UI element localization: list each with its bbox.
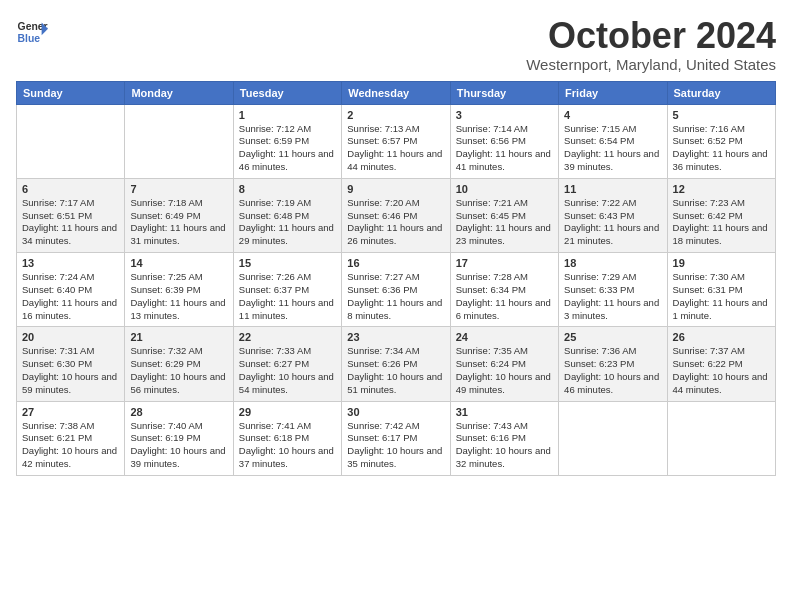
calendar-cell: 6Sunrise: 7:17 AM Sunset: 6:51 PM Daylig…: [17, 178, 125, 252]
calendar-cell: 18Sunrise: 7:29 AM Sunset: 6:33 PM Dayli…: [559, 253, 667, 327]
weekday-header-friday: Friday: [559, 81, 667, 104]
calendar-table: SundayMondayTuesdayWednesdayThursdayFrid…: [16, 81, 776, 476]
day-info: Sunrise: 7:32 AM Sunset: 6:29 PM Dayligh…: [130, 345, 227, 396]
day-number: 1: [239, 109, 336, 121]
calendar-cell: 17Sunrise: 7:28 AM Sunset: 6:34 PM Dayli…: [450, 253, 558, 327]
day-number: 25: [564, 331, 661, 343]
day-number: 29: [239, 406, 336, 418]
day-number: 12: [673, 183, 770, 195]
calendar-cell: [17, 104, 125, 178]
day-info: Sunrise: 7:35 AM Sunset: 6:24 PM Dayligh…: [456, 345, 553, 396]
calendar-cell: 9Sunrise: 7:20 AM Sunset: 6:46 PM Daylig…: [342, 178, 450, 252]
calendar-cell: 27Sunrise: 7:38 AM Sunset: 6:21 PM Dayli…: [17, 401, 125, 475]
calendar-cell: [667, 401, 775, 475]
day-info: Sunrise: 7:19 AM Sunset: 6:48 PM Dayligh…: [239, 197, 336, 248]
calendar-cell: 20Sunrise: 7:31 AM Sunset: 6:30 PM Dayli…: [17, 327, 125, 401]
day-info: Sunrise: 7:27 AM Sunset: 6:36 PM Dayligh…: [347, 271, 444, 322]
day-number: 18: [564, 257, 661, 269]
day-number: 20: [22, 331, 119, 343]
calendar-week-row: 20Sunrise: 7:31 AM Sunset: 6:30 PM Dayli…: [17, 327, 776, 401]
day-info: Sunrise: 7:14 AM Sunset: 6:56 PM Dayligh…: [456, 123, 553, 174]
day-info: Sunrise: 7:42 AM Sunset: 6:17 PM Dayligh…: [347, 420, 444, 471]
weekday-header-monday: Monday: [125, 81, 233, 104]
calendar-cell: 25Sunrise: 7:36 AM Sunset: 6:23 PM Dayli…: [559, 327, 667, 401]
calendar-cell: 22Sunrise: 7:33 AM Sunset: 6:27 PM Dayli…: [233, 327, 341, 401]
calendar-header-row: SundayMondayTuesdayWednesdayThursdayFrid…: [17, 81, 776, 104]
calendar-cell: 19Sunrise: 7:30 AM Sunset: 6:31 PM Dayli…: [667, 253, 775, 327]
day-info: Sunrise: 7:22 AM Sunset: 6:43 PM Dayligh…: [564, 197, 661, 248]
day-info: Sunrise: 7:24 AM Sunset: 6:40 PM Dayligh…: [22, 271, 119, 322]
weekday-header-tuesday: Tuesday: [233, 81, 341, 104]
day-number: 23: [347, 331, 444, 343]
weekday-header-sunday: Sunday: [17, 81, 125, 104]
day-number: 27: [22, 406, 119, 418]
day-number: 28: [130, 406, 227, 418]
calendar-cell: 23Sunrise: 7:34 AM Sunset: 6:26 PM Dayli…: [342, 327, 450, 401]
day-number: 15: [239, 257, 336, 269]
day-number: 31: [456, 406, 553, 418]
day-info: Sunrise: 7:40 AM Sunset: 6:19 PM Dayligh…: [130, 420, 227, 471]
day-info: Sunrise: 7:12 AM Sunset: 6:59 PM Dayligh…: [239, 123, 336, 174]
calendar-cell: 30Sunrise: 7:42 AM Sunset: 6:17 PM Dayli…: [342, 401, 450, 475]
calendar-cell: 26Sunrise: 7:37 AM Sunset: 6:22 PM Dayli…: [667, 327, 775, 401]
calendar-cell: 3Sunrise: 7:14 AM Sunset: 6:56 PM Daylig…: [450, 104, 558, 178]
day-info: Sunrise: 7:34 AM Sunset: 6:26 PM Dayligh…: [347, 345, 444, 396]
weekday-header-wednesday: Wednesday: [342, 81, 450, 104]
logo-icon: General Blue: [16, 16, 48, 48]
calendar-cell: 11Sunrise: 7:22 AM Sunset: 6:43 PM Dayli…: [559, 178, 667, 252]
day-number: 9: [347, 183, 444, 195]
weekday-header-saturday: Saturday: [667, 81, 775, 104]
calendar-cell: [125, 104, 233, 178]
calendar-week-row: 1Sunrise: 7:12 AM Sunset: 6:59 PM Daylig…: [17, 104, 776, 178]
day-info: Sunrise: 7:37 AM Sunset: 6:22 PM Dayligh…: [673, 345, 770, 396]
calendar-cell: 13Sunrise: 7:24 AM Sunset: 6:40 PM Dayli…: [17, 253, 125, 327]
calendar-week-row: 27Sunrise: 7:38 AM Sunset: 6:21 PM Dayli…: [17, 401, 776, 475]
day-info: Sunrise: 7:21 AM Sunset: 6:45 PM Dayligh…: [456, 197, 553, 248]
day-number: 6: [22, 183, 119, 195]
logo: General Blue: [16, 16, 48, 48]
calendar-cell: 31Sunrise: 7:43 AM Sunset: 6:16 PM Dayli…: [450, 401, 558, 475]
page-header: General Blue October 2024 Westernport, M…: [16, 16, 776, 73]
day-info: Sunrise: 7:38 AM Sunset: 6:21 PM Dayligh…: [22, 420, 119, 471]
calendar-cell: 24Sunrise: 7:35 AM Sunset: 6:24 PM Dayli…: [450, 327, 558, 401]
day-info: Sunrise: 7:31 AM Sunset: 6:30 PM Dayligh…: [22, 345, 119, 396]
calendar-cell: 2Sunrise: 7:13 AM Sunset: 6:57 PM Daylig…: [342, 104, 450, 178]
calendar-cell: 4Sunrise: 7:15 AM Sunset: 6:54 PM Daylig…: [559, 104, 667, 178]
day-number: 24: [456, 331, 553, 343]
calendar-cell: 1Sunrise: 7:12 AM Sunset: 6:59 PM Daylig…: [233, 104, 341, 178]
day-info: Sunrise: 7:41 AM Sunset: 6:18 PM Dayligh…: [239, 420, 336, 471]
day-info: Sunrise: 7:29 AM Sunset: 6:33 PM Dayligh…: [564, 271, 661, 322]
calendar-cell: 15Sunrise: 7:26 AM Sunset: 6:37 PM Dayli…: [233, 253, 341, 327]
day-info: Sunrise: 7:25 AM Sunset: 6:39 PM Dayligh…: [130, 271, 227, 322]
day-number: 26: [673, 331, 770, 343]
day-number: 2: [347, 109, 444, 121]
day-info: Sunrise: 7:18 AM Sunset: 6:49 PM Dayligh…: [130, 197, 227, 248]
day-number: 10: [456, 183, 553, 195]
day-number: 16: [347, 257, 444, 269]
calendar-cell: 10Sunrise: 7:21 AM Sunset: 6:45 PM Dayli…: [450, 178, 558, 252]
title-block: October 2024 Westernport, Maryland, Unit…: [526, 16, 776, 73]
day-info: Sunrise: 7:23 AM Sunset: 6:42 PM Dayligh…: [673, 197, 770, 248]
calendar-cell: 21Sunrise: 7:32 AM Sunset: 6:29 PM Dayli…: [125, 327, 233, 401]
svg-text:Blue: Blue: [18, 33, 41, 44]
calendar-cell: 28Sunrise: 7:40 AM Sunset: 6:19 PM Dayli…: [125, 401, 233, 475]
day-info: Sunrise: 7:13 AM Sunset: 6:57 PM Dayligh…: [347, 123, 444, 174]
day-info: Sunrise: 7:20 AM Sunset: 6:46 PM Dayligh…: [347, 197, 444, 248]
day-info: Sunrise: 7:43 AM Sunset: 6:16 PM Dayligh…: [456, 420, 553, 471]
calendar-cell: [559, 401, 667, 475]
day-number: 30: [347, 406, 444, 418]
calendar-cell: 16Sunrise: 7:27 AM Sunset: 6:36 PM Dayli…: [342, 253, 450, 327]
calendar-cell: 8Sunrise: 7:19 AM Sunset: 6:48 PM Daylig…: [233, 178, 341, 252]
day-number: 19: [673, 257, 770, 269]
calendar-cell: 12Sunrise: 7:23 AM Sunset: 6:42 PM Dayli…: [667, 178, 775, 252]
day-number: 7: [130, 183, 227, 195]
calendar-cell: 7Sunrise: 7:18 AM Sunset: 6:49 PM Daylig…: [125, 178, 233, 252]
day-number: 8: [239, 183, 336, 195]
day-info: Sunrise: 7:15 AM Sunset: 6:54 PM Dayligh…: [564, 123, 661, 174]
weekday-header-thursday: Thursday: [450, 81, 558, 104]
day-info: Sunrise: 7:33 AM Sunset: 6:27 PM Dayligh…: [239, 345, 336, 396]
day-number: 11: [564, 183, 661, 195]
day-info: Sunrise: 7:30 AM Sunset: 6:31 PM Dayligh…: [673, 271, 770, 322]
day-number: 3: [456, 109, 553, 121]
day-info: Sunrise: 7:36 AM Sunset: 6:23 PM Dayligh…: [564, 345, 661, 396]
